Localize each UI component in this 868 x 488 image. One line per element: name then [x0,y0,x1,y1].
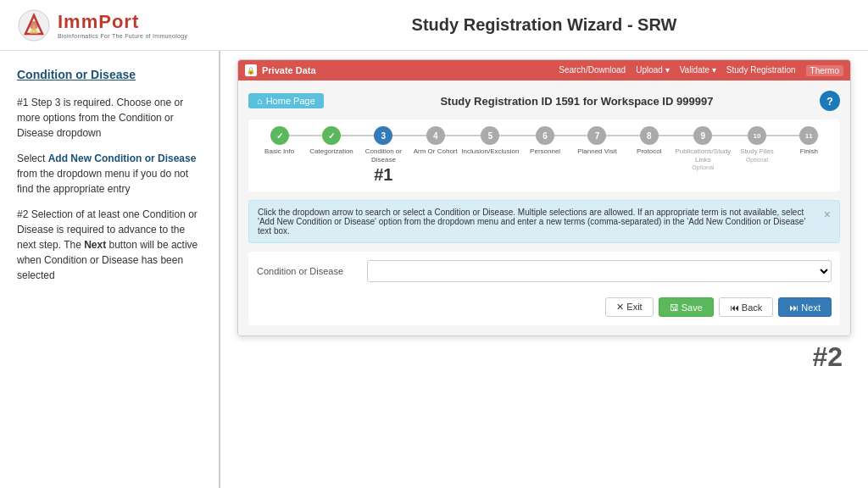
nav-search[interactable]: Search/Download [559,65,626,76]
step-protocol[interactable]: 8 Protocol [623,126,675,156]
logo-text: ImmPort Bioinformatics For The Future of… [58,11,187,39]
step-circle-10: 10 [748,126,766,145]
form-area: Condition or Disease ✕ Exit 🖫 Save ⏮ Bac… [248,252,840,325]
nav-thermo[interactable]: Thermo [806,65,843,76]
sidebar-step2: Select Add New Condition or Disease from… [17,151,202,197]
step-planned-visit[interactable]: 7 Planned Visit [571,126,623,156]
sidebar-step3: #2 Selection of at least one Condition o… [17,207,202,283]
study-title: Study Registration ID 1591 for Workspace… [334,95,820,108]
alert-close-button[interactable]: × [824,208,831,221]
step-circle-4: 4 [426,126,445,145]
step-circle-7: 7 [587,126,606,145]
step-label-4: Arm Or Cohort [414,147,458,156]
step-publications[interactable]: 9 Publications/Study LinksOptional [675,126,731,172]
nav-validate[interactable]: Validate ▾ [680,65,716,76]
study-header: ⌂ Home Page Study Registration ID 1591 f… [248,91,840,111]
app-topbar-nav: Search/Download Upload ▾ Validate ▾ Stud… [559,65,843,76]
step-circle-5: 5 [481,126,499,145]
step-label-1: Basic Info [264,147,294,156]
home-page-button[interactable]: ⌂ Home Page [248,93,324,108]
condition-label: Condition or Disease [257,266,359,276]
step-circle-8: 8 [640,126,659,145]
step-finish[interactable]: 11 Finish [783,126,835,156]
app-topbar-label: Private Data [262,65,316,75]
step-label-5: Inclusion/Exclusion [461,147,519,156]
step-circle-11: 11 [799,126,818,145]
logo-subtitle: Bioinformatics For The Future of Immunol… [58,33,187,39]
exit-button[interactable]: ✕ Exit [605,297,653,317]
step-label-3: Condition or Disease [358,147,409,164]
sidebar-step2-boldblue: Add New Condition or Disease [48,152,197,164]
alert-text: Click the dropdown arrow to search or se… [258,208,817,236]
app-topbar: 🔒 Private Data Search/Download Upload ▾ … [238,60,850,80]
step-circle-9: 9 [693,126,712,145]
step-arm-cohort[interactable]: 4 Arm Or Cohort [409,126,461,156]
next-button[interactable]: ⏭ Next [778,297,832,317]
sidebar-step1: #1 Step 3 is required. Choose one or mor… [17,95,202,141]
step-number-annotation: #1 [374,165,392,185]
step-label-2: Categorization [309,147,353,156]
help-button[interactable]: ? [820,91,840,111]
step-circle-1: ✓ [270,126,289,145]
page-title: Study Registration Wizard - SRW [237,15,851,35]
logo-title: ImmPort [58,11,187,33]
step-label-10: Study FilesOptional [740,147,774,164]
logo-area: ImmPort Bioinformatics For The Future of… [17,8,237,42]
step-personnel[interactable]: 6 Personnel [519,126,570,156]
step-condition-disease[interactable]: 3 Condition or Disease #1 [358,126,409,185]
main-layout: Condition or Disease #1 Step 3 is requir… [0,51,868,488]
step-label-8: Protocol [637,147,661,156]
nav-upload[interactable]: Upload ▾ [636,65,669,76]
back-button[interactable]: ⏮ Back [719,297,774,317]
button-bar: ✕ Exit 🖫 Save ⏮ Back ⏭ Next [257,291,832,317]
step-label-7: Planned Visit [577,147,617,156]
step-inclusion-exclusion[interactable]: 5 Inclusion/Exclusion [461,126,519,156]
step-study-files[interactable]: 10 Study FilesOptional [731,126,782,164]
alert-box: Click the dropdown arrow to search or se… [248,200,840,243]
condition-dropdown[interactable] [367,260,832,282]
sidebar-step2-rest: from the dropdown menu if you do not fin… [17,168,188,195]
step-label-11: Finish [800,147,818,156]
step-label-6: Personnel [530,147,560,156]
content-area: 🔒 Private Data Search/Download Upload ▾ … [220,51,868,488]
step-circle-2: ✓ [322,126,341,145]
immport-logo-icon [17,8,51,42]
app-window: 🔒 Private Data Search/Download Upload ▾ … [237,59,851,336]
home-icon: ⌂ [257,96,263,106]
step-circle-6: 6 [536,126,554,145]
nav-study-registration[interactable]: Study Registration [726,65,796,76]
step-circle-3: 3 [374,126,392,145]
sidebar-step3-bold: Next [84,239,106,251]
wizard-steps: ✓ Basic Info ✓ Categorization 3 Conditio… [248,119,840,191]
header: ImmPort Bioinformatics For The Future of… [0,0,868,51]
lock-icon: 🔒 [245,64,257,76]
annotation-2: #2 [237,341,851,373]
save-button[interactable]: 🖫 Save [659,297,714,317]
app-content: ⌂ Home Page Study Registration ID 1591 f… [238,80,850,336]
step-label-9: Publications/Study LinksOptional [675,147,731,172]
condition-form-row: Condition or Disease [257,260,832,282]
sidebar: Condition or Disease #1 Step 3 is requir… [0,51,220,488]
step-basic-info[interactable]: ✓ Basic Info [253,126,305,156]
sidebar-step2-intro: Select [17,152,48,164]
sidebar-title: Condition or Disease [17,68,202,81]
step-categorization[interactable]: ✓ Categorization [305,126,357,156]
